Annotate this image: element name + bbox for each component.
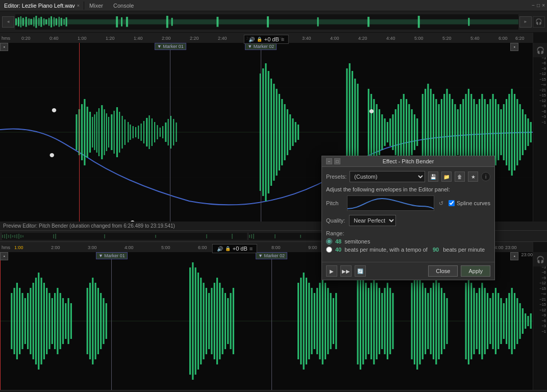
svg-rect-194 <box>53 234 54 238</box>
db-meter-top: 1 −3 −6 −9 −12 −15 −∞ −21 −15 −12 −9 −6 … <box>533 33 547 222</box>
headphone-btn-top[interactable]: 🎧 <box>533 43 547 57</box>
footer-icon-3[interactable]: 🔄 <box>355 265 366 277</box>
svg-text:6:00: 6:00 <box>198 245 207 250</box>
preset-star-btn[interactable]: ★ <box>468 172 478 182</box>
effect-dialog-body: Presets: (Custom) 💾 📁 🗑 ★ i Adjust the f… <box>322 167 494 262</box>
pitch-curve-svg <box>347 196 434 211</box>
svg-rect-74 <box>116 107 118 157</box>
svg-rect-293 <box>357 278 359 364</box>
scroll-right-btn[interactable]: ► <box>519 16 532 28</box>
svg-rect-184 <box>4 234 5 238</box>
svg-rect-19 <box>61 17 62 26</box>
svg-rect-186 <box>8 235 9 238</box>
svg-rect-250 <box>65 303 66 339</box>
dialog-minimize-btn[interactable]: − <box>326 158 332 164</box>
svg-rect-2 <box>18 17 19 26</box>
svg-rect-253 <box>87 288 88 354</box>
range-section: Range: 48 semitones 40 beats per minute,… <box>326 230 490 253</box>
svg-rect-64 <box>92 117 93 148</box>
vol-value-top: +0 dB <box>264 36 279 42</box>
svg-rect-79 <box>130 125 131 140</box>
svg-rect-278 <box>297 283 299 359</box>
svg-rect-232 <box>16 283 18 359</box>
presets-select[interactable]: (Custom) <box>350 171 425 182</box>
close-btn[interactable]: × <box>542 3 545 8</box>
svg-rect-298 <box>370 283 372 359</box>
svg-text:8:00: 8:00 <box>271 245 281 250</box>
svg-rect-81 <box>135 127 136 137</box>
corner-btn-br[interactable]: ▪ <box>510 252 518 260</box>
spline-curves-check[interactable]: Spline curves <box>449 200 490 206</box>
svg-rect-85 <box>146 118 147 146</box>
svg-text:0:20: 0:20 <box>21 36 31 41</box>
editor-tab-close[interactable]: × <box>77 3 80 8</box>
svg-rect-279 <box>300 278 302 364</box>
svg-text:4:40: 4:40 <box>386 36 395 41</box>
corner-btn-tl[interactable]: ▪ <box>0 43 8 51</box>
end-time-label: 23:00 <box>521 252 533 257</box>
marker-02-top-line <box>261 50 261 222</box>
svg-rect-239 <box>35 278 37 364</box>
svg-rect-325 <box>476 293 478 349</box>
svg-rect-233 <box>19 288 20 354</box>
svg-rect-193 <box>22 235 23 237</box>
svg-rect-132 <box>408 104 410 160</box>
preset-load-btn[interactable]: 📁 <box>441 172 452 182</box>
console-tab[interactable]: Console <box>108 2 139 10</box>
svg-rect-111 <box>297 125 299 140</box>
svg-rect-319 <box>443 293 445 349</box>
svg-rect-163 <box>495 99 496 165</box>
corner-btn-bl[interactable]: ▪ <box>0 252 8 260</box>
svg-rect-264 <box>197 273 199 370</box>
preset-save-btn[interactable]: 💾 <box>428 172 438 182</box>
svg-text:2:00: 2:00 <box>162 36 171 41</box>
close-dialog-btn[interactable]: Close <box>428 265 458 277</box>
restore-btn[interactable]: □ <box>537 3 540 8</box>
svg-rect-329 <box>487 293 488 349</box>
svg-rect-273 <box>222 288 223 354</box>
svg-rect-236 <box>27 293 29 349</box>
preset-delete-btn[interactable]: 🗑 <box>455 172 465 182</box>
minimize-btn[interactable]: − <box>532 3 535 8</box>
svg-rect-165 <box>500 109 502 155</box>
svg-rect-313 <box>427 293 429 349</box>
footer-icon-2[interactable]: ▶▶ <box>340 265 352 277</box>
mini-waveform-svg <box>15 14 518 30</box>
scroll-left-btn[interactable]: ◄ <box>2 16 14 28</box>
pitch-reset-btn[interactable]: ↺ <box>437 199 445 207</box>
svg-rect-342 <box>522 308 524 334</box>
svg-rect-32 <box>468 17 469 26</box>
pitch-curve-display[interactable] <box>347 195 434 211</box>
apply-btn[interactable]: Apply <box>461 265 490 277</box>
preset-info-btn[interactable]: i <box>481 172 490 181</box>
svg-rect-292 <box>335 293 337 349</box>
svg-rect-332 <box>495 288 496 354</box>
marker-02-top-label: ▼ Marker 02 <box>245 43 277 50</box>
footer-icon-1[interactable]: ▶ <box>326 265 337 277</box>
svg-rect-305 <box>389 288 391 354</box>
quality-select[interactable]: Near Perfect High Medium Low <box>349 215 396 226</box>
svg-rect-1 <box>15 18 17 25</box>
range-radio-2[interactable] <box>326 247 332 253</box>
svg-rect-27 <box>216 16 218 27</box>
svg-rect-70 <box>106 113 107 151</box>
mixer-tab[interactable]: Mixer <box>84 2 108 10</box>
adjust-envelope-text: Adjust the following envelopes in the Ed… <box>326 186 490 192</box>
svg-text:4:00: 4:00 <box>330 36 339 41</box>
dialog-restore-btn[interactable]: □ <box>334 158 340 164</box>
editor-tab[interactable]: Editor: Lezlie Piano Left.wav × <box>0 2 84 10</box>
corner-btn-tr[interactable]: ▪ <box>510 43 518 51</box>
svg-rect-281 <box>306 278 307 364</box>
svg-rect-28 <box>267 16 269 27</box>
spline-curves-checkbox[interactable] <box>449 200 455 206</box>
svg-rect-198 <box>206 234 207 238</box>
svg-rect-29 <box>317 17 319 26</box>
headphone-btn-bottom[interactable]: 🎧 <box>533 252 547 266</box>
marker-02-bottom-line <box>271 259 272 390</box>
range-radio-1[interactable] <box>326 238 332 244</box>
svg-rect-241 <box>40 278 42 364</box>
svg-rect-110 <box>295 122 296 142</box>
svg-rect-249 <box>62 298 64 344</box>
transport-mini-bar: ◄ <box>0 11 547 33</box>
svg-rect-341 <box>519 303 521 339</box>
